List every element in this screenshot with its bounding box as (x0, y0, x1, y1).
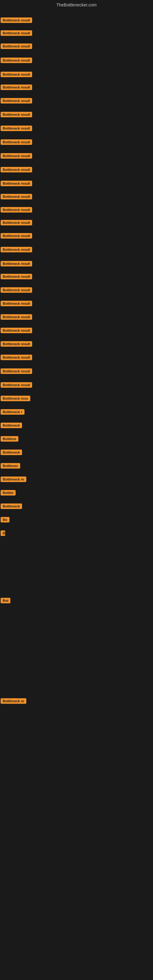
bottleneck-item-27: Bottleneck result (1, 368, 32, 375)
bottleneck-item-19: Bottleneck result (1, 261, 32, 268)
bottleneck-item-30: Bottleneck r (1, 409, 24, 416)
bottleneck-item-13: Bottleneck result (1, 181, 32, 188)
bottleneck-item-32: Bottlene (1, 436, 18, 443)
bottleneck-badge-17[interactable]: Bottleneck result (1, 233, 32, 239)
bottleneck-item-4: Bottleneck result (1, 57, 32, 64)
bottleneck-badge-32[interactable]: Bottlene (1, 436, 18, 442)
bottleneck-item-14: Bottleneck result (1, 194, 32, 200)
bottleneck-badge-24[interactable]: Bottleneck result (1, 328, 32, 333)
bottleneck-item-29: Bottleneck resu (1, 396, 30, 402)
bottleneck-item-35: Bottleneck re (1, 477, 26, 483)
bottleneck-badge-10[interactable]: Bottleneck result (1, 139, 32, 145)
bottleneck-badge-29[interactable]: Bottleneck resu (1, 396, 30, 401)
bottleneck-badge-11[interactable]: Bottleneck result (1, 153, 32, 159)
bottleneck-badge-20[interactable]: Bottleneck result (1, 274, 32, 279)
bottleneck-badge-6[interactable]: Bottleneck result (1, 84, 32, 90)
bottleneck-badge-14[interactable]: Bottleneck result (1, 194, 32, 199)
bottleneck-item-42: Bot (1, 598, 10, 605)
bottleneck-badge-5[interactable]: Bottleneck result (1, 72, 32, 77)
bottleneck-badge-25[interactable]: Bottleneck result (1, 341, 32, 347)
bottleneck-badge-45[interactable]: Bottleneck re (1, 698, 26, 704)
bottleneck-item-9: Bottleneck result (1, 126, 32, 132)
bottleneck-badge-31[interactable]: Bottleneck (1, 423, 22, 428)
bottleneck-item-17: Bottleneck result (1, 233, 32, 240)
bottleneck-item-31: Bottleneck (1, 423, 22, 430)
bottleneck-item-1: Bottleneck result (1, 18, 32, 24)
bottleneck-item-38: Bo (1, 517, 10, 524)
bottleneck-badge-34[interactable]: Bottlenec (1, 463, 20, 469)
bottleneck-badge-42[interactable]: Bot (1, 598, 10, 603)
bottleneck-badge-9[interactable]: Bottleneck result (1, 126, 32, 131)
bottleneck-badge-1[interactable]: Bottleneck result (1, 18, 32, 23)
bottleneck-badge-16[interactable]: Bottleneck result (1, 220, 32, 225)
bottleneck-item-23: Bottleneck result (1, 314, 32, 321)
bottleneck-badge-3[interactable]: Bottleneck result (1, 43, 32, 49)
bottleneck-item-26: Bottleneck result (1, 355, 32, 361)
bottleneck-badge-30[interactable]: Bottleneck r (1, 409, 24, 415)
bottleneck-badge-37[interactable]: Bottleneck (1, 503, 22, 509)
bottleneck-badge-2[interactable]: Bottleneck result (1, 30, 32, 36)
bottleneck-item-12: Bottleneck result (1, 167, 32, 173)
bottleneck-item-33: Bottleneck (1, 450, 22, 456)
bottleneck-badge-36[interactable]: Bottler (1, 490, 16, 495)
bottleneck-badge-28[interactable]: Bottleneck result (1, 382, 32, 388)
bottleneck-item-45: Bottleneck re (1, 698, 26, 705)
bottleneck-badge-35[interactable]: Bottleneck re (1, 477, 26, 482)
bottleneck-item-18: Bottleneck result (1, 247, 32, 254)
site-header: TheBottlenecker.com (0, 0, 153, 9)
bottleneck-badge-15[interactable]: Bottleneck result (1, 207, 32, 213)
bottleneck-item-16: Bottleneck result (1, 220, 32, 227)
bottleneck-badge-19[interactable]: Bottleneck result (1, 261, 32, 266)
bottleneck-badge-26[interactable]: Bottleneck result (1, 355, 32, 360)
bottleneck-item-25: Bottleneck result (1, 341, 32, 348)
bottleneck-item-10: Bottleneck result (1, 139, 32, 146)
bottleneck-item-22: Bottleneck result (1, 301, 32, 307)
site-title: TheBottlenecker.com (0, 0, 153, 9)
bottleneck-item-21: Bottleneck result (1, 287, 32, 294)
bottleneck-badge-13[interactable]: Bottleneck result (1, 181, 32, 186)
bottleneck-item-34: Bottlenec (1, 463, 20, 470)
bottleneck-item-11: Bottleneck result (1, 153, 32, 160)
bottleneck-badge-39[interactable]: B (1, 530, 5, 536)
bottleneck-item-6: Bottleneck result (1, 84, 32, 91)
bottleneck-badge-8[interactable]: Bottleneck result (1, 112, 32, 117)
bottleneck-item-15: Bottleneck result (1, 207, 32, 214)
bottleneck-item-3: Bottleneck result (1, 43, 32, 50)
bottleneck-badge-7[interactable]: Bottleneck result (1, 98, 32, 103)
bottleneck-badge-21[interactable]: Bottleneck result (1, 287, 32, 293)
bottleneck-badge-38[interactable]: Bo (1, 517, 10, 522)
bottleneck-item-37: Bottleneck (1, 503, 22, 510)
bottleneck-badge-4[interactable]: Bottleneck result (1, 57, 32, 63)
bottleneck-item-20: Bottleneck result (1, 274, 32, 280)
bottleneck-item-2: Bottleneck result (1, 30, 32, 37)
bottleneck-badge-23[interactable]: Bottleneck result (1, 314, 32, 320)
bottleneck-badge-33[interactable]: Bottleneck (1, 450, 22, 455)
bottleneck-item-24: Bottleneck result (1, 328, 32, 334)
bottleneck-item-39: B (1, 530, 5, 537)
bottleneck-badge-12[interactable]: Bottleneck result (1, 167, 32, 172)
bottleneck-badge-27[interactable]: Bottleneck result (1, 368, 32, 374)
bottleneck-item-36: Bottler (1, 490, 16, 497)
bottleneck-badge-18[interactable]: Bottleneck result (1, 247, 32, 252)
bottleneck-item-8: Bottleneck result (1, 112, 32, 119)
bottleneck-badge-22[interactable]: Bottleneck result (1, 301, 32, 306)
bottleneck-item-7: Bottleneck result (1, 98, 32, 105)
bottleneck-item-5: Bottleneck result (1, 72, 32, 78)
bottleneck-item-28: Bottleneck result (1, 382, 32, 389)
